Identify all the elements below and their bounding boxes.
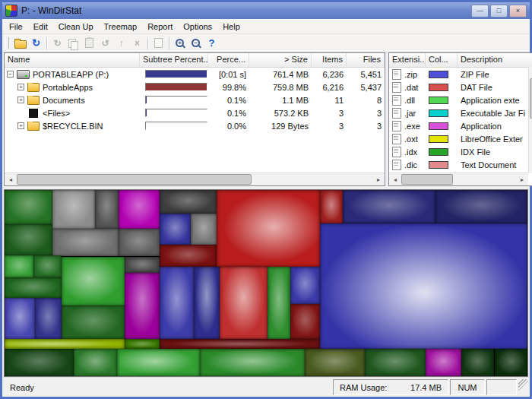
- treemap-block[interactable]: [461, 349, 494, 376]
- menu-item-treemap[interactable]: Treemap: [99, 21, 143, 33]
- delete-button[interactable]: ×: [129, 36, 145, 51]
- extension-row[interactable]: .dll Application exte: [389, 93, 528, 106]
- treemap-block[interactable]: [74, 349, 117, 376]
- treemap-block[interactable]: [33, 255, 62, 277]
- scroll-track[interactable]: [17, 173, 372, 185]
- tree-row[interactable]: + $RECYCLE.BIN 0.0% 129 Bytes 3 3: [5, 119, 385, 132]
- treemap-block[interactable]: [200, 349, 305, 376]
- treemap-block[interactable]: [343, 190, 436, 223]
- treemap-block[interactable]: [5, 349, 74, 376]
- scroll-down-icon[interactable]: ▾: [529, 162, 532, 173]
- treemap-block[interactable]: [125, 257, 159, 273]
- column-header-items[interactable]: Items: [312, 53, 347, 67]
- titlebar[interactable]: P: - WinDirStat — □ ×: [2, 2, 530, 19]
- column-header-subtree[interactable]: Subtree Percent...: [140, 53, 208, 67]
- column-header-color[interactable]: Col...: [426, 53, 458, 67]
- treemap-block[interactable]: [5, 339, 125, 349]
- treemap-block[interactable]: [5, 224, 52, 255]
- scroll-left-icon[interactable]: ◂: [389, 173, 401, 185]
- scroll-right-icon[interactable]: ▸: [372, 173, 385, 185]
- extension-row[interactable]: .dic Text Document: [389, 158, 528, 171]
- scroll-thumb[interactable]: [401, 174, 453, 185]
- undo-button[interactable]: ↺: [97, 36, 113, 51]
- treemap-block[interactable]: [160, 267, 194, 339]
- scroll-track[interactable]: [529, 78, 532, 162]
- menu-item-options[interactable]: Options: [178, 21, 217, 33]
- expander-icon[interactable]: −: [7, 71, 14, 78]
- extension-row[interactable]: .exe Application: [389, 119, 528, 132]
- treemap[interactable]: [4, 189, 528, 377]
- treemap-block[interactable]: [160, 214, 192, 245]
- treemap-block[interactable]: [5, 190, 52, 224]
- extension-row[interactable]: .dat DAT File: [389, 81, 528, 93]
- treemap-block[interactable]: [495, 349, 527, 376]
- refresh-selected-button[interactable]: ↻: [49, 36, 65, 51]
- extension-row[interactable]: .jar Executable Jar Fi: [389, 106, 528, 119]
- scroll-thumb[interactable]: [17, 174, 252, 185]
- tree-row[interactable]: + Documents 0.1% 1.1 MB 11 8: [5, 93, 385, 106]
- treemap-block[interactable]: [52, 190, 94, 229]
- minimize-button[interactable]: —: [471, 5, 489, 17]
- column-header-extension[interactable]: Extensi...: [389, 53, 426, 67]
- extension-row[interactable]: .zip ZIP File: [389, 68, 528, 81]
- treemap-block[interactable]: [5, 255, 33, 277]
- refresh-all-button[interactable]: ↻: [28, 36, 44, 51]
- scroll-track[interactable]: [401, 173, 516, 185]
- treemap-block[interactable]: [365, 349, 425, 376]
- column-header-percent[interactable]: Perce...: [208, 53, 249, 67]
- treemap-block[interactable]: [194, 267, 220, 339]
- treemap-block[interactable]: [160, 245, 217, 267]
- treemap-block[interactable]: [62, 257, 125, 306]
- treemap-block[interactable]: [119, 190, 159, 229]
- treemap-block[interactable]: [320, 190, 343, 223]
- menu-item-clean-up[interactable]: Clean Up: [53, 21, 99, 33]
- toolbar-grip[interactable]: [5, 37, 9, 49]
- up-one-level-button[interactable]: ↑: [113, 36, 129, 51]
- treemap-block[interactable]: [52, 229, 119, 257]
- zoom-out-button[interactable]: −: [188, 36, 204, 51]
- treemap-block[interactable]: [5, 298, 35, 339]
- scroll-left-icon[interactable]: ◂: [5, 173, 17, 185]
- treemap-block[interactable]: [320, 223, 527, 349]
- treemap-block[interactable]: [290, 304, 321, 340]
- menu-item-report[interactable]: Report: [142, 21, 178, 33]
- column-header-description[interactable]: Description: [458, 53, 532, 67]
- treemap-block[interactable]: [119, 229, 159, 257]
- expander-icon[interactable]: +: [17, 84, 24, 90]
- treemap-block[interactable]: [35, 298, 62, 339]
- treemap-block[interactable]: [5, 277, 62, 298]
- treemap-block[interactable]: [220, 267, 268, 339]
- treemap-block[interactable]: [305, 349, 365, 376]
- maximize-button[interactable]: □: [490, 5, 508, 17]
- treemap-block[interactable]: [160, 339, 321, 349]
- menu-item-edit[interactable]: Edit: [28, 21, 53, 33]
- treemap-block[interactable]: [125, 339, 159, 349]
- scroll-right-icon[interactable]: ▸: [516, 173, 528, 185]
- column-header-size[interactable]: > Size: [249, 53, 312, 67]
- treemap-block[interactable]: [62, 306, 125, 340]
- treemap-block[interactable]: [435, 190, 527, 223]
- treemap-block[interactable]: [117, 349, 200, 376]
- open-folder-button[interactable]: [12, 36, 28, 51]
- column-header-name[interactable]: Name: [5, 53, 140, 67]
- paste-button[interactable]: [81, 36, 97, 51]
- resize-grip[interactable]: [518, 379, 528, 395]
- tree-row[interactable]: + PortableApps 99.8% 759.8 MB 6,216 5,43…: [5, 81, 385, 93]
- extension-row[interactable]: .idx IDX File: [389, 145, 528, 158]
- treemap-block[interactable]: [125, 273, 159, 340]
- tree-horizontal-scrollbar[interactable]: ◂ ▸: [5, 173, 385, 185]
- menu-item-help[interactable]: Help: [217, 21, 245, 33]
- help-button[interactable]: ?: [204, 36, 220, 51]
- treemap-block[interactable]: [268, 267, 290, 339]
- new-report-button[interactable]: [150, 36, 166, 51]
- expander-icon[interactable]: +: [17, 97, 24, 103]
- scroll-up-icon[interactable]: ▴: [529, 67, 532, 78]
- tree-row[interactable]: − PORTABLEAPP (P:) [0:01 s] 761.4 MB 6,2…: [5, 68, 385, 81]
- extension-row[interactable]: .oxt LibreOffice Exter: [389, 132, 528, 145]
- column-header-files[interactable]: Files: [347, 53, 385, 67]
- treemap-block[interactable]: [290, 267, 321, 304]
- copy-path-button[interactable]: [65, 36, 81, 51]
- treemap-block[interactable]: [217, 190, 320, 267]
- tree-row[interactable]: <Files> 0.1% 573.2 KB 3 3: [5, 106, 385, 119]
- zoom-in-button[interactable]: +: [172, 36, 188, 51]
